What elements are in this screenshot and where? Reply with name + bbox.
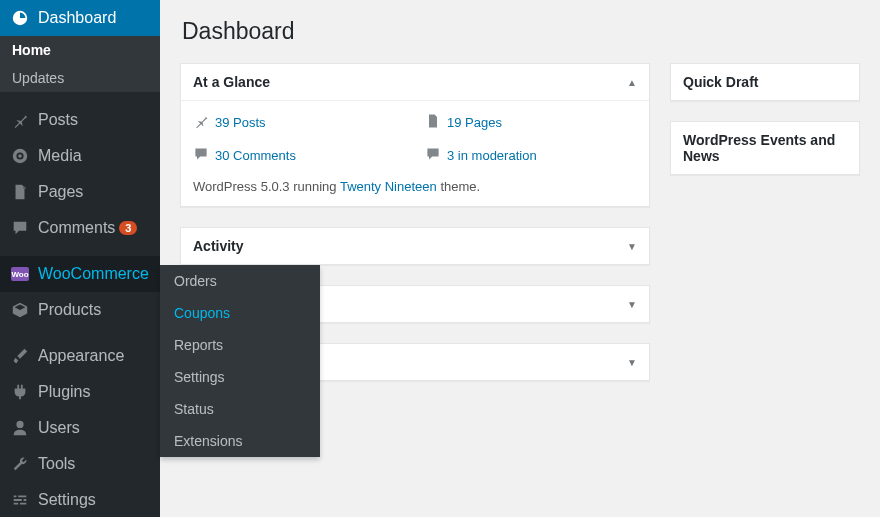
- menu-woocommerce[interactable]: Woo WooCommerce: [0, 256, 160, 292]
- glance-comments[interactable]: 30 Comments: [193, 146, 405, 165]
- glance-box: At a Glance ▲ 39 Posts 19 Pages: [180, 63, 650, 207]
- submenu-home[interactable]: Home: [0, 36, 160, 64]
- pin-icon: [193, 113, 209, 132]
- menu-label: Pages: [38, 183, 83, 201]
- activity-box: Activity ▼: [180, 227, 650, 265]
- products-icon: [10, 300, 30, 320]
- brush-icon: [10, 346, 30, 366]
- submenu-dashboard: Home Updates: [0, 36, 160, 92]
- quickdraft-title: Quick Draft: [683, 74, 758, 90]
- theme-link[interactable]: Twenty Nineteen: [340, 179, 437, 194]
- wrench-icon: [10, 454, 30, 474]
- glance-header[interactable]: At a Glance ▲: [181, 64, 649, 101]
- activity-title: Activity: [193, 238, 244, 254]
- glance-title: At a Glance: [193, 74, 270, 90]
- events-header[interactable]: WordPress Events and News: [671, 122, 859, 174]
- flyout-reports[interactable]: Reports: [160, 329, 320, 361]
- menu-label: Users: [38, 419, 80, 437]
- chevron-down-icon[interactable]: ▼: [627, 241, 637, 252]
- menu-appearance[interactable]: Appearance: [0, 338, 160, 374]
- glance-moderation[interactable]: 3 in moderation: [425, 146, 637, 165]
- activity-header[interactable]: Activity ▼: [181, 228, 649, 264]
- media-icon: [10, 146, 30, 166]
- menu-label: WooCommerce: [38, 265, 149, 283]
- menu-label: Settings: [38, 491, 96, 509]
- flyout-settings[interactable]: Settings: [160, 361, 320, 393]
- admin-sidebar: Dashboard Home Updates Posts Media Pages…: [0, 0, 160, 517]
- pin-icon: [10, 110, 30, 130]
- chevron-down-icon[interactable]: ▼: [627, 299, 637, 310]
- sliders-icon: [10, 490, 30, 510]
- menu-dashboard[interactable]: Dashboard: [0, 0, 160, 36]
- menu-comments[interactable]: Comments 3: [0, 210, 160, 246]
- menu-label: Dashboard: [38, 9, 116, 27]
- comments-badge: 3: [119, 221, 137, 235]
- comment-icon: [10, 218, 30, 238]
- glance-posts-text: 39 Posts: [215, 115, 266, 130]
- chevron-down-icon[interactable]: ▼: [627, 357, 637, 368]
- flyout-extensions[interactable]: Extensions: [160, 425, 320, 457]
- menu-label: Comments: [38, 219, 115, 237]
- pages-icon: [10, 182, 30, 202]
- page-title: Dashboard: [182, 18, 860, 45]
- menu-products[interactable]: Products: [0, 292, 160, 328]
- menu-users[interactable]: Users: [0, 410, 160, 446]
- menu-plugins[interactable]: Plugins: [0, 374, 160, 410]
- flyout-orders[interactable]: Orders: [160, 265, 320, 297]
- comment-icon: [193, 146, 209, 165]
- glance-moderation-text: 3 in moderation: [447, 148, 537, 163]
- menu-tools[interactable]: Tools: [0, 446, 160, 482]
- menu-label: Posts: [38, 111, 78, 129]
- menu-label: Media: [38, 147, 82, 165]
- quickdraft-box: Quick Draft: [670, 63, 860, 101]
- menu-label: Appearance: [38, 347, 124, 365]
- dashboard-icon: [10, 8, 30, 28]
- user-icon: [10, 418, 30, 438]
- menu-label: Products: [38, 301, 101, 319]
- flyout-coupons[interactable]: Coupons: [160, 297, 320, 329]
- glance-pages[interactable]: 19 Pages: [425, 113, 637, 132]
- glance-comments-text: 30 Comments: [215, 148, 296, 163]
- plugin-icon: [10, 382, 30, 402]
- version-line: WordPress 5.0.3 running Twenty Nineteen …: [193, 179, 637, 194]
- menu-settings[interactable]: Settings: [0, 482, 160, 517]
- submenu-updates[interactable]: Updates: [0, 64, 160, 92]
- svg-point-0: [18, 154, 22, 158]
- menu-posts[interactable]: Posts: [0, 102, 160, 138]
- menu-pages[interactable]: Pages: [0, 174, 160, 210]
- glance-pages-text: 19 Pages: [447, 115, 502, 130]
- chevron-up-icon[interactable]: ▲: [627, 77, 637, 88]
- comment-mod-icon: [425, 146, 441, 165]
- menu-media[interactable]: Media: [0, 138, 160, 174]
- woocommerce-icon: Woo: [10, 264, 30, 284]
- glance-posts[interactable]: 39 Posts: [193, 113, 405, 132]
- menu-label: Tools: [38, 455, 75, 473]
- woocommerce-flyout: Orders Coupons Reports Settings Status E…: [160, 265, 320, 457]
- quickdraft-header[interactable]: Quick Draft: [671, 64, 859, 100]
- events-title: WordPress Events and News: [683, 132, 847, 164]
- pages-icon: [425, 113, 441, 132]
- flyout-status[interactable]: Status: [160, 393, 320, 425]
- menu-label: Plugins: [38, 383, 90, 401]
- events-box: WordPress Events and News: [670, 121, 860, 175]
